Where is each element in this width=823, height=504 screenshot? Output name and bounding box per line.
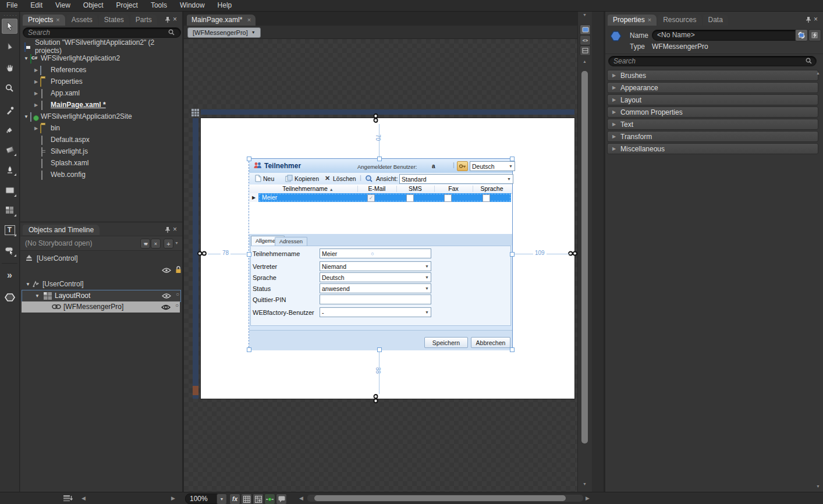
- sprache-dropdown[interactable]: Deutsch▼: [320, 272, 431, 282]
- refresh-view-icon[interactable]: [365, 175, 373, 182]
- close-icon[interactable]: ×: [247, 16, 251, 23]
- margin-chain-right-icon[interactable]: [568, 250, 577, 257]
- controls-tool[interactable]: [2, 243, 17, 258]
- wfmessengerpro-control[interactable]: Teilnehmer Angemeldeter Benutzer: a | De…: [249, 158, 513, 350]
- projects-search-input[interactable]: Search: [23, 27, 181, 38]
- xaml-view-button[interactable]: <>: [580, 35, 591, 45]
- selection-handle-rightcenter[interactable]: [510, 252, 515, 257]
- grid-row-meier[interactable]: ▶ Meier ✓: [249, 193, 512, 202]
- collapsed-arrow-icon[interactable]: ▶: [33, 79, 39, 84]
- menu-file[interactable]: File: [0, 0, 24, 11]
- rectangle-tool[interactable]: [2, 183, 17, 198]
- lock-icon[interactable]: [175, 266, 182, 274]
- close-icon[interactable]: ×: [173, 225, 177, 233]
- snap-to-grid-button[interactable]: [253, 494, 264, 504]
- objects-tree-usercontrol[interactable]: ▼ [UserControl]: [25, 279, 84, 289]
- checkbox-sms[interactable]: [406, 194, 414, 202]
- horizontal-scrollbar-track[interactable]: [307, 495, 583, 502]
- tree-item-site-project[interactable]: ▼ WFSilverlightApplication2Site: [23, 111, 132, 122]
- checkbox-email-checked[interactable]: ✓: [367, 194, 375, 202]
- tab-adressen[interactable]: Adressen: [275, 237, 307, 246]
- lock-toggle-icon[interactable]: ○: [175, 302, 179, 308]
- storyboard-picker-button[interactable]: ▾▾: [140, 239, 150, 249]
- collapsed-arrow-icon[interactable]: ▶: [33, 102, 39, 108]
- artboard-scroll-left-icon[interactable]: ◀: [299, 495, 303, 501]
- zoom-dropdown-chevron[interactable]: ▼: [217, 494, 227, 504]
- checkbox-sprache[interactable]: [483, 194, 490, 202]
- zoom-tool[interactable]: [2, 80, 17, 95]
- breadcrumb-button[interactable]: [WFMessengerPro]▼: [187, 27, 261, 38]
- collapsed-arrow-icon[interactable]: ▶: [33, 91, 39, 96]
- menu-object[interactable]: Object: [77, 0, 110, 11]
- checkbox-fax[interactable]: [444, 194, 452, 202]
- category-miscellaneous[interactable]: ▶Miscellaneous: [607, 143, 818, 154]
- tab-projects[interactable]: Projects×: [23, 15, 65, 26]
- scroll-down-icon[interactable]: ▼: [583, 482, 587, 486]
- direct-selection-tool[interactable]: [2, 40, 17, 55]
- eyedropper-tool[interactable]: [2, 102, 17, 118]
- last-used-asset-button[interactable]: [2, 290, 17, 305]
- save-button[interactable]: Speichern: [424, 337, 468, 348]
- gradient-tool[interactable]: [2, 142, 17, 157]
- delete-button[interactable]: Löschen: [333, 175, 356, 182]
- menu-help[interactable]: Help: [211, 0, 239, 11]
- storyboard-options-dropdown[interactable]: ▼: [175, 241, 179, 245]
- teilnehmername-input[interactable]: Meier ○: [320, 249, 431, 258]
- close-icon[interactable]: ×: [56, 16, 59, 23]
- pen-tool[interactable]: [2, 162, 17, 177]
- zoom-level-select[interactable]: 100%: [185, 494, 220, 504]
- selection-handle-topright[interactable]: [510, 157, 515, 161]
- vertical-scrollbar-thumb[interactable]: [581, 71, 588, 443]
- name-input[interactable]: <No Name>: [652, 30, 802, 41]
- selection-handle-bottomcenter[interactable]: [377, 347, 382, 352]
- tree-item-web-config[interactable]: Web.config: [39, 169, 86, 180]
- artboard-scroll-right-icon[interactable]: ▶: [586, 495, 590, 501]
- vertreter-dropdown[interactable]: Niemand▼: [320, 261, 431, 271]
- tree-item-splash-xaml[interactable]: Splash.xaml: [39, 158, 88, 168]
- horizontal-scrollbar-thumb[interactable]: [314, 495, 566, 501]
- status-dropdown[interactable]: anwesend▼: [320, 283, 431, 293]
- grid-layout-tool[interactable]: [2, 203, 17, 218]
- effects-toggle-button[interactable]: fx: [229, 494, 240, 504]
- objects-tree-layoutroot[interactable]: ▼ LayoutRoot ○: [22, 290, 181, 302]
- column-header-email[interactable]: E-Mail: [357, 184, 396, 193]
- pin-icon[interactable]: [165, 16, 171, 23]
- assets-button[interactable]: »: [2, 268, 17, 283]
- row-rail[interactable]: [193, 118, 198, 399]
- selection-tool[interactable]: [2, 19, 17, 34]
- close-icon[interactable]: ×: [173, 15, 177, 23]
- tree-item-mainpage-xaml[interactable]: ▶ MainPage.xaml *: [33, 100, 106, 110]
- selection-handle-leftcenter[interactable]: [247, 252, 251, 257]
- text-tool[interactable]: T: [2, 222, 17, 237]
- menu-view[interactable]: View: [49, 0, 77, 11]
- annotations-button[interactable]: [276, 494, 287, 504]
- category-layout[interactable]: ▶Layout: [607, 94, 818, 105]
- tree-item-app-xaml[interactable]: ▶ App.xaml: [33, 88, 80, 98]
- menu-tools[interactable]: Tools: [144, 0, 173, 11]
- tab-states[interactable]: States: [99, 15, 129, 26]
- new-storyboard-button[interactable]: +: [164, 239, 173, 249]
- timeline-scroll-left-icon[interactable]: ◀: [81, 495, 86, 501]
- tab-resources[interactable]: Resources: [658, 15, 701, 26]
- scroll-up-icon[interactable]: ▲: [583, 59, 587, 63]
- expanded-arrow-icon[interactable]: ▼: [23, 114, 29, 119]
- margin-chain-top-icon[interactable]: [372, 113, 379, 123]
- view-dropdown[interactable]: Standard▼: [399, 174, 513, 184]
- new-button[interactable]: Neu: [263, 175, 274, 182]
- objects-tree-wfmessengerpro[interactable]: [WFMessengerPro] ○: [22, 301, 180, 313]
- category-text[interactable]: ▶Text: [607, 119, 818, 130]
- snap-to-snaplines-button[interactable]: [264, 494, 275, 504]
- tab-properties[interactable]: Properties×: [608, 15, 657, 26]
- design-canvas[interactable]: 70 78 109 88 Teilnehmer: [201, 118, 574, 399]
- events-view-button[interactable]: [808, 29, 821, 41]
- lock-toggle-icon[interactable]: ○: [176, 291, 179, 297]
- scope-up-icon[interactable]: [25, 255, 33, 262]
- column-header-name[interactable]: Teilnehmername ▲: [258, 184, 357, 193]
- language-dropdown[interactable]: Deutsch▼: [470, 161, 515, 171]
- expanded-arrow-icon[interactable]: ▼: [34, 293, 40, 299]
- tab-data[interactable]: Data: [703, 15, 728, 26]
- tree-item-solution[interactable]: Solution "WFSilverlightApplication2" (2 …: [23, 41, 182, 52]
- eye-icon[interactable]: [162, 293, 171, 299]
- timeline-scroll-right-icon[interactable]: ▶: [171, 495, 175, 501]
- category-appearance[interactable]: ▶Appearance: [607, 82, 818, 93]
